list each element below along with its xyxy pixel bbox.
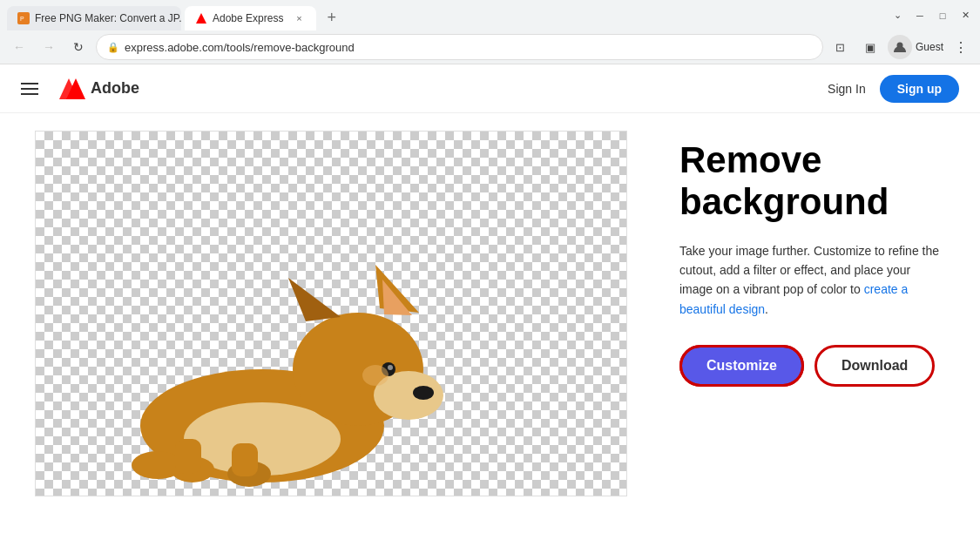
- description-end: .: [765, 302, 768, 316]
- title-line1: Remove: [679, 139, 821, 180]
- svg-marker-2: [196, 13, 206, 24]
- tab-adobe-close[interactable]: ×: [292, 11, 306, 25]
- dog-image: [88, 234, 454, 496]
- svg-rect-20: [232, 443, 258, 476]
- tab-adobe-favicon: [195, 12, 207, 24]
- profile-area[interactable]: Guest: [888, 35, 943, 59]
- profile-label: Guest: [916, 41, 943, 53]
- main-content: Remove background Take your image furthe…: [0, 113, 980, 514]
- title-line2: background: [679, 181, 889, 222]
- navbar-right: Sign In Sign up: [828, 75, 959, 103]
- chevron-down-icon[interactable]: ⌄: [889, 8, 905, 24]
- adobe-wordmark: Adobe: [91, 79, 139, 98]
- close-button[interactable]: ✕: [957, 8, 973, 24]
- svg-text:P: P: [20, 16, 24, 22]
- tab-adobe[interactable]: Adobe Express ×: [185, 6, 316, 30]
- back-button[interactable]: ←: [7, 35, 31, 59]
- browser-menu-button[interactable]: ⋮: [949, 35, 973, 59]
- hamburger-line3: [21, 93, 38, 95]
- lock-icon: 🔒: [107, 42, 119, 53]
- forward-button[interactable]: →: [37, 35, 61, 59]
- adobe-navbar: Adobe Sign In Sign up: [0, 64, 980, 113]
- address-text: express.adobe.com/tools/remove-backgroun…: [125, 41, 812, 54]
- new-tab-button[interactable]: +: [320, 5, 343, 30]
- download-button[interactable]: Download: [814, 345, 935, 387]
- image-preview: [35, 131, 627, 496]
- browser-chrome: P Free PNG Maker: Convert a JP... × Adob…: [0, 0, 980, 64]
- minimize-button[interactable]: ─: [912, 8, 928, 24]
- svg-rect-19: [175, 439, 201, 474]
- tab-png[interactable]: P Free PNG Maker: Convert a JP... ×: [7, 6, 181, 30]
- svg-marker-11: [288, 278, 341, 321]
- sign-up-button[interactable]: Sign up: [880, 75, 959, 103]
- customize-button[interactable]: Customize: [679, 345, 804, 387]
- profile-icon: [888, 35, 912, 59]
- sign-in-button[interactable]: Sign In: [828, 82, 866, 96]
- tab-png-favicon: P: [17, 12, 30, 24]
- adobe-logo-icon: [59, 78, 85, 99]
- split-icon[interactable]: ▣: [858, 35, 882, 59]
- address-bar[interactable]: 🔒 express.adobe.com/tools/remove-backgro…: [96, 34, 823, 60]
- svg-point-15: [388, 365, 393, 370]
- tool-description: Take your image further. Customize to re…: [679, 241, 945, 320]
- maximize-button[interactable]: □: [935, 8, 950, 24]
- cast-icon[interactable]: ⊡: [828, 35, 853, 59]
- window-controls: ⌄ ─ □ ✕: [889, 8, 973, 29]
- svg-point-10: [413, 386, 434, 400]
- hamburger-line1: [21, 83, 38, 84]
- address-bar-row: ← → ↻ 🔒 express.adobe.com/tools/remove-b…: [0, 30, 980, 64]
- right-panel: Remove background Take your image furthe…: [679, 131, 945, 387]
- adobe-logo[interactable]: Adobe: [59, 78, 139, 99]
- hamburger-menu[interactable]: [21, 77, 45, 101]
- tool-title: Remove background: [679, 139, 945, 224]
- title-bar: P Free PNG Maker: Convert a JP... × Adob…: [0, 0, 980, 30]
- hamburger-line2: [21, 88, 38, 90]
- svg-point-21: [362, 365, 389, 386]
- button-row: Customize Download: [679, 345, 945, 387]
- tab-png-label: Free PNG Maker: Convert a JP...: [35, 12, 181, 24]
- reload-button[interactable]: ↻: [66, 35, 91, 59]
- tab-adobe-label: Adobe Express: [213, 12, 283, 24]
